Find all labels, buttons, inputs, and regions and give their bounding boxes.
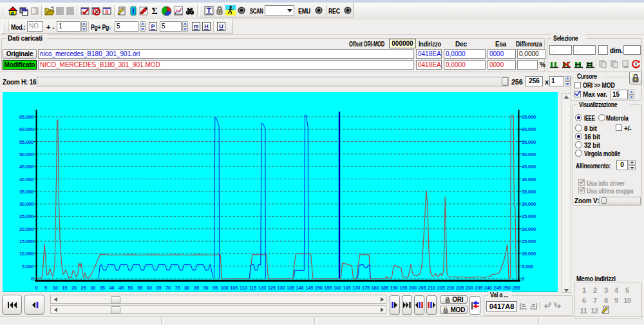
svg-text:160: 160 [334,285,341,291]
svg-text:55: 55 [137,285,143,291]
svg-text:80: 80 [184,285,189,291]
svg-text:U: U [219,23,223,30]
svg-text:65.000: 65.000 [19,114,33,120]
svg-text:10: 10 [53,285,58,291]
svg-text:145: 145 [305,285,314,291]
svg-text:H: H [204,23,209,30]
svg-text:10.000: 10.000 [522,251,536,257]
svg-text:30.000: 30.000 [19,201,33,207]
svg-text:20.000: 20.000 [19,226,33,232]
svg-text:0: 0 [35,285,37,291]
svg-text:180: 180 [371,285,379,291]
svg-text:245: 245 [493,285,502,291]
svg-text:40: 40 [109,285,114,291]
svg-text:30: 30 [90,285,95,291]
svg-text:170: 170 [352,285,360,291]
svg-text:100: 100 [221,285,229,291]
svg-text:5.000: 5.000 [22,264,33,270]
svg-text:M: M [554,302,556,306]
svg-text:50.000: 50.000 [522,152,536,157]
svg-text:25.000: 25.000 [522,213,536,219]
svg-text:105: 105 [230,285,238,291]
svg-text:35.000: 35.000 [522,189,536,195]
svg-text:130: 130 [277,285,285,291]
svg-text:P: P [151,23,155,30]
svg-text:255: 255 [513,285,521,291]
svg-text:35.000: 35.000 [19,189,33,195]
svg-text:15.000: 15.000 [19,239,33,244]
svg-text:65.000: 65.000 [522,114,536,120]
svg-text:60.000: 60.000 [522,126,536,132]
svg-text:115: 115 [249,285,258,291]
svg-text:45: 45 [118,285,124,291]
svg-text:200: 200 [409,285,417,291]
svg-text:155: 155 [324,285,332,291]
svg-text:10.000: 10.000 [19,251,33,257]
svg-text:15.000: 15.000 [522,239,536,244]
svg-text:240: 240 [484,285,492,291]
svg-text:150: 150 [315,285,323,291]
svg-text:25.000: 25.000 [19,213,33,219]
svg-text:55.000: 55.000 [19,139,33,145]
svg-text:40.000: 40.000 [19,177,33,182]
svg-text:50.000: 50.000 [19,152,33,157]
svg-text:230: 230 [466,285,473,291]
svg-text:0: 0 [522,276,524,282]
svg-text:50: 50 [128,285,133,291]
svg-text:85: 85 [194,285,200,291]
svg-text:25: 25 [81,285,87,291]
svg-text:190: 190 [390,285,398,291]
svg-text:15: 15 [62,285,68,291]
svg-text:205: 205 [418,285,426,291]
svg-text:40.000: 40.000 [522,177,536,182]
svg-text:110: 110 [240,285,247,291]
svg-text:55.000: 55.000 [522,139,536,145]
svg-text:70: 70 [166,285,171,291]
svg-text:215: 215 [437,285,446,291]
svg-text:125: 125 [268,285,276,291]
svg-text:210: 210 [428,285,435,291]
svg-text:35: 35 [100,285,106,291]
svg-text:20: 20 [71,285,77,291]
svg-text:140: 140 [296,285,304,291]
svg-text:135: 135 [287,285,295,291]
svg-text:20.000: 20.000 [522,226,536,232]
svg-text:0: 0 [105,8,108,15]
svg-text:250: 250 [503,285,511,291]
svg-text:165: 165 [343,285,352,291]
svg-text:75: 75 [175,285,181,291]
svg-text:175: 175 [362,285,370,291]
svg-text:m: m [193,23,198,30]
svg-text:30.000: 30.000 [522,201,536,207]
svg-text:45.000: 45.000 [19,164,33,170]
svg-text:60.000: 60.000 [19,126,33,132]
svg-text:90: 90 [203,285,208,291]
svg-text:M: M [549,302,551,306]
svg-text:0: 0 [31,276,33,282]
svg-text:185: 185 [381,285,389,291]
svg-text:5.000: 5.000 [522,264,533,270]
svg-text:65: 65 [156,285,162,291]
svg-text:220: 220 [446,285,454,291]
svg-text:195: 195 [399,285,408,291]
svg-text:60: 60 [147,285,152,291]
svg-text:120: 120 [258,285,266,291]
svg-text:225: 225 [456,285,464,291]
svg-text:45.000: 45.000 [522,164,536,170]
svg-text:95: 95 [213,285,218,291]
svg-text:Σ: Σ [151,6,157,16]
svg-text:235: 235 [475,285,483,291]
